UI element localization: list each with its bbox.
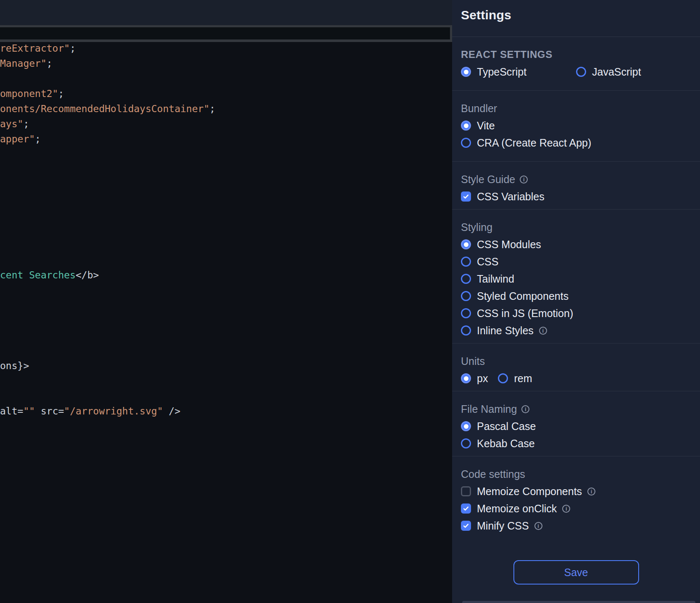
option-label: Inline Styles: [477, 325, 534, 336]
radio-pascal-case[interactable]: [461, 421, 471, 431]
bundler-option-cra-create-react-app[interactable]: CRA (Create React App): [461, 137, 691, 149]
code-line: [0, 192, 452, 207]
code-line: reExtractor";: [0, 41, 452, 56]
styling-option-inline-styles[interactable]: Inline Stylesi: [461, 325, 691, 336]
editor-top-bar: [0, 0, 452, 25]
code-line: Manager";: [0, 56, 452, 71]
code-line: onents/RecommendedHolidaysContainer";: [0, 101, 452, 116]
info-icon[interactable]: i: [539, 327, 547, 335]
option-label: CSS Modules: [477, 239, 541, 250]
file-naming-option-kebab-case[interactable]: Kebab Case: [461, 438, 691, 449]
radio-styled-components[interactable]: [461, 291, 471, 301]
radio-cra-create-react-app[interactable]: [461, 138, 471, 148]
checkbox-minify-css[interactable]: [461, 521, 471, 531]
checkbox-memoize-components[interactable]: [461, 486, 471, 496]
option-label: Minify CSS: [477, 520, 529, 532]
styling-option-css-in-js-emotion[interactable]: CSS in JS (Emotion): [461, 307, 691, 319]
code-line: [0, 252, 452, 267]
option-label: CRA (Create React App): [477, 137, 591, 149]
styling-option-css-modules[interactable]: CSS Modules: [461, 239, 691, 250]
units-option-px[interactable]: px: [461, 372, 488, 384]
section-header: Units: [461, 354, 485, 368]
code-settings-option-memoize-onclick[interactable]: Memoize onClicki: [461, 503, 691, 514]
radio-css-in-js-emotion[interactable]: [461, 308, 471, 318]
info-icon[interactable]: i: [521, 405, 529, 413]
code-line: ays";: [0, 116, 452, 131]
style-guide-option-css-variables[interactable]: CSS Variables: [461, 191, 691, 202]
code-settings-option-memoize-components[interactable]: Memoize Componentsi: [461, 485, 691, 497]
code-line: [0, 283, 452, 298]
section-code-settings: Code settingsMemoize ComponentsiMemoize …: [452, 456, 700, 538]
panel-header: Settings: [452, 0, 700, 37]
option-label: Styled Components: [477, 290, 568, 302]
section-units: Unitspxrem: [452, 343, 700, 391]
option-label: CSS Variables: [477, 191, 545, 202]
section-react-settings: REACT SETTINGSTypeScriptJavaScript: [452, 37, 700, 91]
react-settings-option-typescript[interactable]: TypeScript: [461, 66, 576, 78]
radio-inline-styles[interactable]: [461, 325, 471, 336]
code-line: [0, 237, 452, 252]
option-label: Memoize onClick: [477, 503, 557, 514]
code-line: [0, 222, 452, 237]
panel-title: Settings: [461, 7, 691, 23]
section-file-naming: File NamingiPascal CaseKebab Case: [452, 391, 700, 456]
radio-tailwind[interactable]: [461, 274, 471, 284]
code-settings-option-minify-css[interactable]: Minify CSSi: [461, 520, 691, 532]
bottom-sheet-edge: [462, 601, 695, 603]
code-line: [0, 207, 452, 222]
code-line: [0, 313, 452, 328]
radio-px[interactable]: [461, 373, 471, 383]
section-style-guide: Style GuideiCSS Variables: [452, 162, 700, 210]
code-line: [0, 328, 452, 343]
option-label: TypeScript: [477, 66, 526, 78]
checkbox-memoize-onclick[interactable]: [461, 503, 471, 514]
option-rows: TypeScriptJavaScript: [461, 66, 691, 78]
option-label: rem: [514, 372, 532, 384]
option-label: Tailwind: [477, 273, 514, 285]
radio-css-modules[interactable]: [461, 239, 471, 249]
option-rows: pxrem: [461, 372, 691, 384]
checkbox-css-variables[interactable]: [461, 191, 471, 202]
section-header: Styling: [461, 220, 492, 234]
option-rows: Pascal CaseKebab Case: [461, 420, 691, 449]
option-label: Pascal Case: [477, 420, 536, 432]
option-label: Memoize Components: [477, 485, 582, 497]
option-label: JavaScript: [592, 66, 641, 78]
info-icon[interactable]: i: [587, 488, 595, 496]
radio-vite[interactable]: [461, 121, 471, 131]
bundler-option-vite[interactable]: Vite: [461, 120, 691, 131]
styling-option-tailwind[interactable]: Tailwind: [461, 273, 691, 285]
option-rows: CSS ModulesCSSTailwindStyled ComponentsC…: [461, 239, 691, 336]
units-option-rem[interactable]: rem: [498, 372, 532, 384]
settings-sections: REACT SETTINGSTypeScriptJavaScriptBundle…: [452, 37, 700, 538]
styling-option-css[interactable]: CSS: [461, 256, 691, 267]
option-rows: CSS Variables: [461, 191, 691, 202]
option-label: Kebab Case: [477, 438, 535, 449]
radio-css[interactable]: [461, 257, 471, 267]
file-naming-option-pascal-case[interactable]: Pascal Case: [461, 420, 691, 432]
code-line: cent Searches</b>: [0, 267, 452, 283]
section-header: Code settings: [461, 467, 525, 481]
code-line: [0, 388, 452, 404]
styling-option-styled-components[interactable]: Styled Components: [461, 290, 691, 302]
code-line: alt="" src="/arrowright.svg" />: [0, 404, 452, 419]
save-button[interactable]: Save: [513, 560, 639, 585]
info-icon[interactable]: i: [562, 505, 570, 513]
settings-panel: Settings REACT SETTINGSTypeScriptJavaScr…: [452, 0, 700, 603]
code-editor[interactable]: reExtractor";Manager";omponent2";onents/…: [0, 0, 452, 603]
option-label: CSS: [477, 256, 498, 267]
code-line: omponent2";: [0, 86, 452, 101]
radio-kebab-case[interactable]: [461, 438, 471, 448]
radio-typescript[interactable]: [461, 67, 471, 77]
radio-rem[interactable]: [498, 373, 508, 383]
code-line: [0, 177, 452, 192]
info-icon[interactable]: i: [520, 176, 528, 184]
option-rows: Memoize ComponentsiMemoize onClickiMinif…: [461, 485, 691, 532]
section-bundler: BundlerViteCRA (Create React App): [452, 91, 700, 162]
react-settings-option-javascript[interactable]: JavaScript: [576, 66, 691, 78]
option-label: px: [477, 372, 488, 384]
info-icon[interactable]: i: [534, 522, 542, 530]
code-area[interactable]: reExtractor";Manager";omponent2";onents/…: [0, 41, 452, 419]
option-label: Vite: [477, 120, 495, 131]
radio-javascript[interactable]: [576, 67, 586, 77]
